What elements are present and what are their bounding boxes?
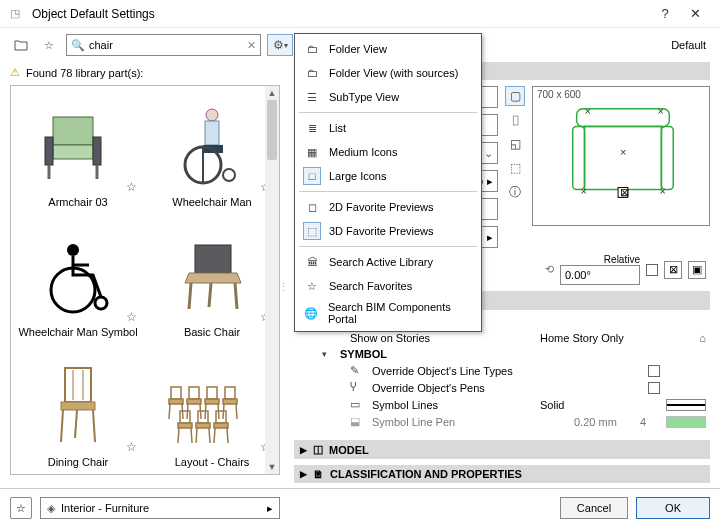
svg-rect-1 xyxy=(53,145,93,159)
scroll-down-icon[interactable]: ▼ xyxy=(268,460,277,474)
cancel-button[interactable]: Cancel xyxy=(560,497,628,519)
line-swatch[interactable] xyxy=(666,399,706,411)
svg-line-46 xyxy=(191,428,192,443)
menu-subtype-view[interactable]: ☰SubType View xyxy=(295,85,481,109)
prop-symbol-lines[interactable]: ▭ Symbol Lines Solid xyxy=(322,396,706,413)
prop-label: Symbol Lines xyxy=(372,399,534,411)
layer-combo[interactable]: ◈ Interior - Furniture ▸ xyxy=(40,497,280,519)
svg-point-13 xyxy=(67,244,79,256)
view-settings-menu: 🗀Folder View 🗀Folder View (with sources)… xyxy=(294,33,482,332)
scroll-up-icon[interactable]: ▲ xyxy=(268,86,277,100)
svg-line-17 xyxy=(189,283,191,309)
favorite-star-icon[interactable]: ☆ xyxy=(126,310,137,324)
thumbnail-basic-chair xyxy=(162,232,262,322)
cube-outline-icon: ◻ xyxy=(303,198,321,216)
grid-med-icon: ▦ xyxy=(303,143,321,161)
svg-rect-3 xyxy=(93,137,101,165)
pen-swatch[interactable] xyxy=(666,416,706,428)
favorite-footer-button[interactable]: ☆ xyxy=(10,497,32,519)
thumbnail-dining-chair xyxy=(28,362,128,452)
library-item[interactable]: ☆ Armchair 03 xyxy=(11,86,145,216)
checkbox[interactable] xyxy=(648,382,660,394)
chevron-down-icon[interactable]: ▾ xyxy=(322,349,332,359)
svg-rect-52 xyxy=(214,423,228,428)
mirror-y-icon[interactable]: ▣ xyxy=(688,261,706,279)
cube-icon: ⬚ xyxy=(303,222,321,240)
menu-label: Search Active Library xyxy=(329,256,433,268)
menu-large-icons[interactable]: □Large Icons xyxy=(295,164,481,188)
checkbox[interactable] xyxy=(648,365,660,377)
pen-number: 4 xyxy=(640,416,660,428)
mirror-x-icon[interactable]: ⊠ xyxy=(664,261,682,279)
scrollbar[interactable]: ▲ ▼ xyxy=(265,86,279,474)
prop-override-line-types[interactable]: ✎ Override Object's Line Types xyxy=(322,362,706,379)
line-icon: ▭ xyxy=(350,398,366,411)
svg-line-29 xyxy=(169,404,170,419)
panel-title: MODEL xyxy=(329,444,369,456)
menu-search-bim[interactable]: 🌐Search BIM Components Portal xyxy=(295,298,481,328)
svg-rect-32 xyxy=(187,399,201,404)
clear-search-icon[interactable]: ✕ xyxy=(247,39,256,52)
svg-rect-23 xyxy=(61,402,95,410)
menu-search-active-library[interactable]: 🏛Search Active Library xyxy=(295,250,481,274)
menu-search-favorites[interactable]: ☆Search Favorites xyxy=(295,274,481,298)
thumbnail-label: Dining Chair xyxy=(48,456,109,468)
pen-icon: Ⴤ xyxy=(350,381,366,394)
preview-info-button[interactable]: ⓘ xyxy=(505,182,525,202)
preview-2d-button[interactable]: ▢ xyxy=(505,86,525,106)
preview-viewport[interactable]: 700 x 600 × × × × × ⊠ xyxy=(532,86,710,226)
favorite-button[interactable]: ☆ xyxy=(38,34,60,56)
preview-3d-button[interactable]: ◱ xyxy=(505,134,525,154)
search-input-wrap: 🔍 ✕ xyxy=(66,34,261,56)
scroll-thumb[interactable] xyxy=(267,100,277,160)
thumbnail-label: Layout - Chairs xyxy=(175,456,250,468)
menu-2d-fav-preview[interactable]: ◻2D Favorite Previews xyxy=(295,195,481,219)
pen-icon: ⬓ xyxy=(350,415,366,428)
library-item[interactable]: ☆ Dining Chair xyxy=(11,346,145,475)
svg-line-53 xyxy=(214,428,215,443)
popup-icon[interactable]: ▸ xyxy=(487,175,493,188)
popup-icon[interactable]: ▸ xyxy=(487,231,493,244)
panel-model[interactable]: ▶ ◫ MODEL xyxy=(294,440,710,459)
angle-field[interactable]: 0.00° xyxy=(560,265,640,285)
ok-button[interactable]: OK xyxy=(636,497,710,519)
help-button[interactable]: ? xyxy=(650,6,680,21)
library-item[interactable]: ☆ Layout - Chairs xyxy=(145,346,279,475)
panel-classification[interactable]: ▶ 🗎 CLASSIFICATION AND PROPERTIES xyxy=(294,465,710,483)
prop-override-pens[interactable]: Ⴤ Override Object's Pens xyxy=(322,379,706,396)
svg-line-49 xyxy=(196,428,197,443)
svg-rect-7 xyxy=(205,121,219,145)
search-input[interactable] xyxy=(89,36,243,54)
prop-label: Symbol Line Pen xyxy=(372,416,568,428)
prop-show-on-stories[interactable]: Show on Stories Home Story Only ⌂ xyxy=(322,330,706,346)
prop-label: Show on Stories xyxy=(350,332,534,344)
folder-icon: 🗀 xyxy=(303,40,321,58)
menu-3d-fav-preview[interactable]: ⬚3D Favorite Previews xyxy=(295,219,481,243)
prop-symbol-line-pen[interactable]: ⬓ Symbol Line Pen 0.20 mm 4 xyxy=(322,413,706,430)
folder-button[interactable] xyxy=(10,34,32,56)
preview-iso-button[interactable]: ⬚ xyxy=(505,158,525,178)
gear-icon: ⚙ xyxy=(273,38,284,52)
menu-folder-view[interactable]: 🗀Folder View xyxy=(295,37,481,61)
menu-medium-icons[interactable]: ▦Medium Icons xyxy=(295,140,481,164)
library-item[interactable]: ☆ Wheelchair Man xyxy=(145,86,279,216)
library-icon: 🏛 xyxy=(303,253,321,271)
menu-folder-view-sources[interactable]: 🗀Folder View (with sources) xyxy=(295,61,481,85)
cube-icon: ◫ xyxy=(313,443,323,456)
library-item[interactable]: ☆ Wheelchair Man Symbol xyxy=(11,216,145,346)
prop-label: Override Object's Pens xyxy=(372,382,642,394)
close-button[interactable]: ✕ xyxy=(680,6,710,21)
found-text: Found 78 library part(s): xyxy=(26,67,143,79)
library-item[interactable]: ☆ Basic Chair xyxy=(145,216,279,346)
found-status: ⚠ Found 78 library part(s): xyxy=(10,62,280,85)
mirror-checkbox[interactable] xyxy=(646,264,658,276)
preview-front-button[interactable]: ⌷ xyxy=(505,110,525,130)
view-settings-button[interactable]: ⚙▾ xyxy=(267,34,293,56)
favorite-star-icon[interactable]: ☆ xyxy=(126,180,137,194)
svg-rect-2 xyxy=(45,137,53,165)
svg-line-50 xyxy=(209,428,210,443)
preview-tools: ▢ ⌷ ◱ ⬚ ⓘ xyxy=(504,86,526,248)
favorite-star-icon[interactable]: ☆ xyxy=(126,440,137,454)
menu-list[interactable]: ≣List xyxy=(295,116,481,140)
home-icon: ⌂ xyxy=(666,332,706,344)
